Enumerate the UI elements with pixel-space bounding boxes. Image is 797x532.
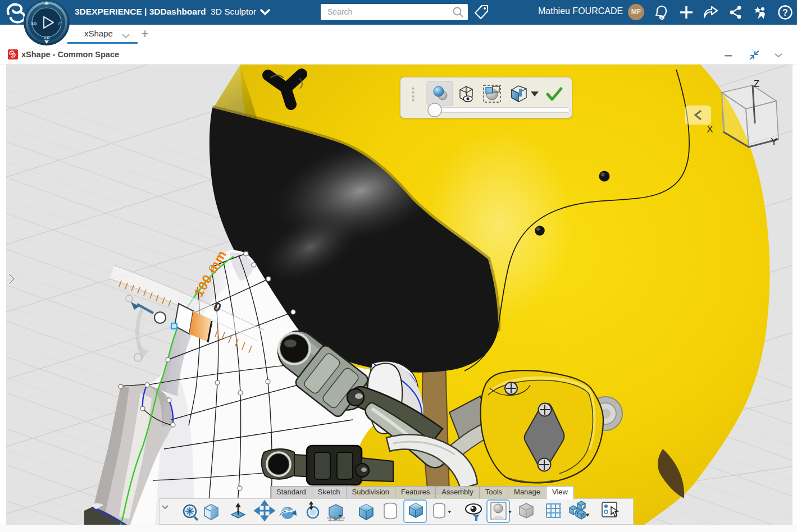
svg-text:X: X — [707, 124, 713, 135]
svg-text:?: ? — [782, 8, 788, 17]
svg-text:i': i' — [58, 21, 61, 26]
svg-text:V.R: V.R — [43, 36, 49, 40]
svg-text:Y: Y — [771, 136, 777, 147]
svg-text:3D: 3D — [31, 21, 37, 26]
svg-text:Z: Z — [754, 79, 759, 89]
